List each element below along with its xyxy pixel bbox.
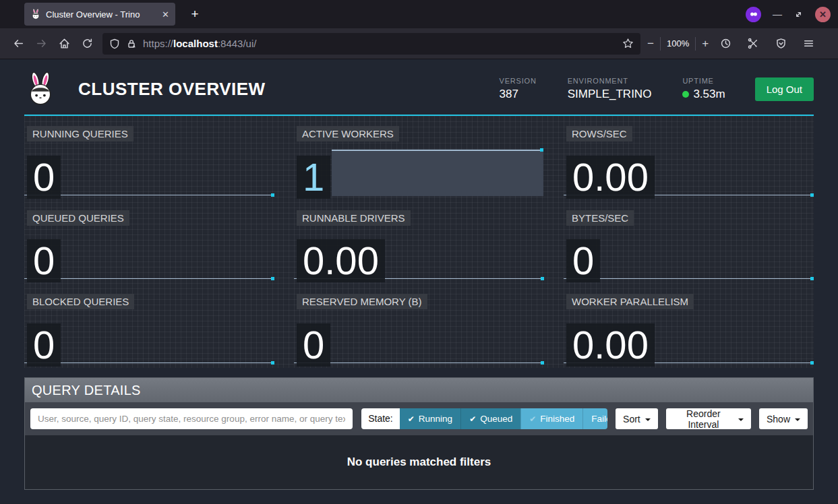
sparkline bbox=[564, 278, 814, 279]
bookmark-star-icon[interactable] bbox=[622, 38, 634, 49]
uptime-value: 3.53m bbox=[693, 88, 725, 101]
browser-toolbar: https://localhost:8443/ui/ − 100% + bbox=[0, 28, 838, 59]
app-header: CLUSTER OVERVIEW VERSION 387 ENVIRONMENT… bbox=[24, 59, 814, 116]
stat-blocked-queries: BLOCKED QUERIES 0 bbox=[24, 284, 274, 368]
window-restore-button[interactable] bbox=[794, 9, 804, 20]
environment-meta: ENVIRONMENT SIMPLE_TRINO bbox=[568, 77, 652, 101]
state-label: State: bbox=[361, 408, 400, 429]
trino-cluster-overview-page: CLUSTER OVERVIEW VERSION 387 ENVIRONMENT… bbox=[0, 59, 838, 503]
sparkline bbox=[24, 195, 274, 195]
stat-value: 0.00 bbox=[566, 156, 655, 199]
uptime-status-dot bbox=[682, 91, 689, 98]
uptime-meta: UPTIME 3.53m bbox=[682, 77, 725, 101]
screenshot-scissors-icon[interactable] bbox=[742, 33, 765, 55]
stat-value: 1 bbox=[297, 156, 330, 199]
stat-value: 0.00 bbox=[297, 239, 385, 282]
zoom-level[interactable]: 100% bbox=[667, 38, 689, 49]
query-details-title: QUERY DETAILS bbox=[25, 378, 813, 402]
show-dropdown[interactable]: Show bbox=[759, 408, 808, 429]
caret-down-icon bbox=[795, 418, 800, 421]
back-button[interactable] bbox=[7, 33, 30, 55]
trino-logo bbox=[24, 72, 57, 106]
query-details-panel: QUERY DETAILS State: ✔ Running ✔ Queued … bbox=[24, 377, 814, 490]
stat-rows-sec: ROWS/SEC 0.00 bbox=[564, 116, 814, 200]
window-close-button[interactable]: ✕ bbox=[815, 7, 831, 22]
shield-icon[interactable] bbox=[109, 38, 120, 49]
menu-hamburger-icon[interactable] bbox=[797, 33, 820, 55]
page-title: CLUSTER OVERVIEW bbox=[78, 79, 266, 100]
stats-grid: RUNNING QUERIES 0 ACTIVE WORKERS 1 ROWS/… bbox=[24, 116, 814, 368]
forward-button[interactable] bbox=[30, 33, 53, 55]
stat-value: 0 bbox=[27, 156, 61, 199]
separator bbox=[695, 37, 696, 51]
sparkline bbox=[24, 278, 274, 279]
reorder-interval-dropdown[interactable]: Reorder Interval bbox=[666, 408, 751, 429]
sparkline bbox=[24, 363, 274, 363]
home-button[interactable] bbox=[53, 33, 76, 55]
lock-warning-icon[interactable] bbox=[126, 38, 137, 49]
browser-tab[interactable]: Cluster Overview - Trino ✕ bbox=[24, 3, 175, 26]
check-icon: ✔ bbox=[408, 414, 415, 424]
query-list-empty-state: No queries matched filters bbox=[25, 435, 813, 489]
state-filter-failed-dropdown[interactable]: Failed bbox=[582, 408, 607, 429]
window-minimize-button[interactable]: — bbox=[773, 9, 782, 20]
stat-running-queries: RUNNING QUERIES 0 bbox=[24, 116, 274, 200]
private-browsing-icon bbox=[746, 7, 761, 22]
caret-down-icon bbox=[738, 418, 744, 421]
query-search-input[interactable] bbox=[30, 408, 353, 429]
stat-value: 0 bbox=[27, 239, 61, 282]
query-filter-toolbar: State: ✔ Running ✔ Queued ✔ Finished Fai… bbox=[25, 402, 813, 435]
caret-down-icon bbox=[645, 418, 651, 421]
stat-value: 0 bbox=[297, 323, 330, 367]
state-filter-group: State: ✔ Running ✔ Queued ✔ Finished Fai… bbox=[361, 408, 607, 429]
trino-favicon-icon bbox=[30, 9, 41, 20]
stat-value: 0.00 bbox=[566, 323, 655, 367]
browser-titlebar: Cluster Overview - Trino ✕ + — ✕ bbox=[0, 0, 838, 28]
stat-reserved-memory: RESERVED MEMORY (B) 0 bbox=[294, 284, 544, 368]
state-filter-finished[interactable]: ✔ Finished bbox=[520, 408, 582, 429]
version-value: 387 bbox=[500, 88, 537, 101]
stat-worker-parallelism: WORKER PARALLELISM 0.00 bbox=[564, 284, 814, 368]
tab-close-icon[interactable]: ✕ bbox=[162, 9, 169, 20]
tab-title: Cluster Overview - Trino bbox=[46, 9, 154, 20]
stat-bytes-sec: BYTES/SEC 0 bbox=[564, 200, 814, 284]
stat-value: 0 bbox=[27, 323, 61, 367]
logout-button[interactable]: Log Out bbox=[755, 77, 814, 101]
version-meta: VERSION 387 bbox=[500, 77, 537, 101]
state-filter-queued[interactable]: ✔ Queued bbox=[460, 408, 520, 429]
url-bar[interactable]: https://localhost:8443/ui/ bbox=[102, 33, 640, 55]
reload-button[interactable] bbox=[76, 33, 98, 55]
sort-dropdown[interactable]: Sort bbox=[616, 408, 658, 429]
empty-message: No queries matched filters bbox=[347, 455, 491, 469]
check-icon: ✔ bbox=[469, 414, 476, 424]
environment-value: SIMPLE_TRINO bbox=[568, 88, 652, 101]
url-text: https://localhost:8443/ui/ bbox=[143, 38, 256, 49]
separator bbox=[660, 37, 661, 51]
stat-active-workers: ACTIVE WORKERS 1 bbox=[294, 116, 544, 200]
shield-check-icon[interactable] bbox=[769, 33, 792, 55]
history-clock-icon[interactable] bbox=[714, 33, 737, 55]
stat-value: 0 bbox=[566, 239, 600, 282]
zoom-in-button[interactable]: + bbox=[702, 37, 709, 51]
sparkline bbox=[294, 363, 544, 363]
zoom-out-button[interactable]: − bbox=[647, 37, 654, 51]
stat-queued-queries: QUEUED QUERIES 0 bbox=[24, 200, 274, 284]
new-tab-button[interactable]: + bbox=[185, 4, 205, 24]
check-icon: ✔ bbox=[529, 414, 536, 424]
state-filter-running[interactable]: ✔ Running bbox=[400, 408, 460, 429]
sparkline-area bbox=[332, 150, 543, 196]
stat-runnable-drivers: RUNNABLE DRIVERS 0.00 bbox=[294, 200, 544, 284]
